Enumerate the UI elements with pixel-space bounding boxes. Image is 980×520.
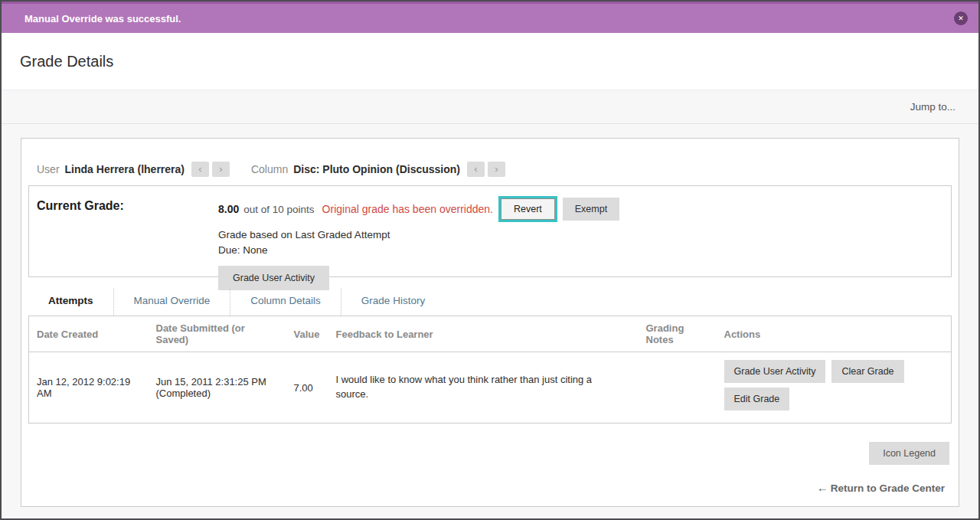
return-to-grade-center-link[interactable]: ←Return to Grade Center <box>817 481 945 494</box>
grade-value-line: 8.00 out of 10 points Original grade has… <box>218 196 951 222</box>
page-body: User Linda Herrera (lherrera) ‹ › Column… <box>2 124 978 507</box>
header-actions: Actions <box>717 316 952 352</box>
tab-attempts[interactable]: Attempts <box>28 289 113 316</box>
attempts-table: Date Created Date Submitted (or Saved) V… <box>28 316 952 424</box>
page-title: Grade Details <box>20 53 113 70</box>
legend-row: Icon Legend <box>28 442 952 465</box>
grade-details-page: Manual Override was successful. ✕ Grade … <box>0 0 980 520</box>
revert-button-highlight: Revert <box>498 196 557 222</box>
exempt-button[interactable]: Exempt <box>563 198 619 221</box>
left-arrow-icon: ← <box>817 481 828 494</box>
tab-manual-override[interactable]: Manual Override <box>113 289 230 316</box>
row-grade-user-activity-button[interactable]: Grade User Activity <box>724 360 826 383</box>
cell-actions: Grade User ActivityClear GradeEdit Grade <box>717 352 952 424</box>
cell-date-created: Jan 12, 2012 9:02:19 AM <box>29 352 149 424</box>
cell-value: 7.00 <box>286 352 328 424</box>
grade-tabs: Attempts Manual Override Column Details … <box>28 289 952 316</box>
user-label: User <box>37 163 60 175</box>
next-user-button[interactable]: › <box>212 162 230 177</box>
previous-user-button[interactable]: ‹ <box>191 162 209 177</box>
grade-based-on-text: Grade based on Last Graded Attempt <box>218 229 951 240</box>
grade-out-of: out of 10 points <box>243 204 314 215</box>
header-date-created: Date Created <box>29 316 149 352</box>
success-alert-banner: Manual Override was successful. ✕ <box>2 4 978 33</box>
row-edit-grade-button[interactable]: Edit Grade <box>724 388 790 410</box>
column-name: Disc: Pluto Opinion (Discussion) <box>293 163 460 175</box>
column-label: Column <box>251 163 288 175</box>
next-column-button[interactable]: › <box>488 162 505 177</box>
page-header: Grade Details <box>2 33 978 90</box>
override-notice: Original grade has been overridden. <box>322 203 493 215</box>
icon-legend-button[interactable]: Icon Legend <box>869 442 949 465</box>
due-date-text: Due: None <box>218 244 951 256</box>
column-pager: ‹ › <box>467 162 505 177</box>
close-icon[interactable]: ✕ <box>954 11 968 25</box>
tab-grade-history[interactable]: Grade History <box>341 289 445 316</box>
cell-grading-notes <box>639 352 717 424</box>
attempts-table-header-row: Date Created Date Submitted (or Saved) V… <box>29 316 952 352</box>
grade-score: 8.00 <box>218 203 239 215</box>
return-row: ←Return to Grade Center <box>817 481 945 495</box>
action-bar: Jump to... <box>2 90 978 124</box>
feedback-text: I would like to know what you think rath… <box>336 373 606 402</box>
jump-to-menu[interactable]: Jump to... <box>910 101 956 113</box>
tab-column-details[interactable]: Column Details <box>230 289 341 316</box>
attempt-row: Jan 12, 2012 9:02:19 AM Jun 15, 2011 2:3… <box>29 352 952 424</box>
revert-button[interactable]: Revert <box>501 198 555 220</box>
header-value: Value <box>286 316 328 352</box>
cell-date-submitted: Jun 15, 2011 2:31:25 PM (Completed) <box>149 352 286 424</box>
current-grade-label: Current Grade: <box>37 196 218 276</box>
current-grade-content: 8.00 out of 10 points Original grade has… <box>218 196 951 276</box>
alert-message: Manual Override was successful. <box>24 13 954 25</box>
header-grading-notes: Grading Notes <box>639 316 717 352</box>
row-clear-grade-button[interactable]: Clear Grade <box>831 360 903 383</box>
return-link-label: Return to Grade Center <box>831 482 945 494</box>
user-column-context-row: User Linda Herrera (lherrera) ‹ › Column… <box>28 162 952 177</box>
current-grade-box: Current Grade: 8.00 out of 10 points Ori… <box>28 185 952 277</box>
header-date-submitted: Date Submitted (or Saved) <box>149 316 286 352</box>
user-name: Linda Herrera (lherrera) <box>65 163 185 175</box>
cell-feedback: I would like to know what you think rath… <box>328 352 639 424</box>
previous-column-button[interactable]: ‹ <box>467 162 485 177</box>
header-feedback: Feedback to Learner <box>328 316 639 352</box>
grade-user-activity-button[interactable]: Grade User Activity <box>218 266 329 290</box>
grade-details-panel: User Linda Herrera (lherrera) ‹ › Column… <box>21 138 959 507</box>
user-pager: ‹ › <box>191 162 230 177</box>
